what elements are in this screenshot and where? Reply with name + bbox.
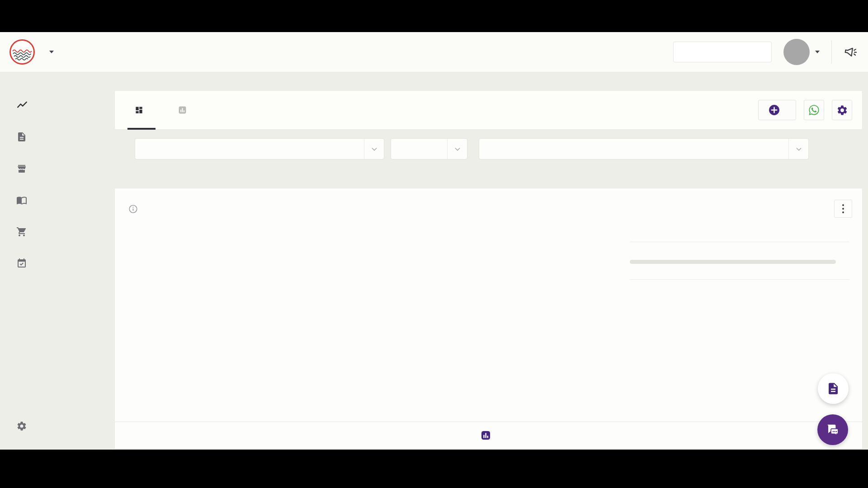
kebab-menu-button[interactable] [834,200,852,218]
chevron-down-icon[interactable] [815,51,820,53]
gear-icon [16,421,27,432]
quick-search[interactable] [673,42,772,62]
tabs-card [114,90,863,130]
calendar-check-icon [16,258,27,269]
sidebar-item-ecommerce[interactable] [0,216,114,248]
sidebar-item-clientes[interactable] [0,153,114,184]
avatar[interactable] [783,39,810,65]
sidebar-item-minha-conta[interactable] [0,410,114,442]
trend-icon [16,99,28,111]
needed-section [630,279,849,306]
month-select[interactable] [135,138,384,160]
content [114,72,863,450]
sidebar [0,72,114,450]
bar-chart-icon [481,430,491,441]
search-input[interactable] [680,48,770,56]
add-indicator-button[interactable] [758,100,796,120]
sidebar-item-tarefas[interactable] [0,248,114,279]
book-icon [16,195,27,206]
orders-icon [16,131,27,142]
sold-section [630,216,849,242]
year-select[interactable] [391,138,467,160]
sidebar-item-produtos[interactable] [0,184,114,216]
sidebar-item-indicadores[interactable] [0,89,114,121]
chevron-down-icon [364,139,384,159]
sidebar-item-pedidos[interactable] [0,121,114,153]
tab-relatorios[interactable] [178,91,192,129]
header-divider [831,40,832,64]
company-logo [9,39,35,65]
announcements-icon[interactable] [844,45,858,59]
goal-progress-bar [630,260,836,264]
bar-chart-icon [178,106,187,114]
filter-row [114,138,809,160]
detail-by-seller-link[interactable] [115,422,862,449]
cart-icon [16,226,27,237]
company-switcher[interactable] [45,51,54,53]
seller-select[interactable] [479,138,809,160]
main-area [0,72,868,450]
letterbox-bottom [0,450,868,488]
plus-circle-icon [769,104,780,116]
letterbox-top [0,0,868,32]
storefront-icon [16,163,27,174]
whatsapp-icon [808,104,820,116]
gear-icon [836,104,848,116]
dashboard-icon [135,106,143,114]
chat-fab-button[interactable] [817,414,848,445]
chat-bubbles-icon [825,422,840,437]
tab-painel[interactable] [135,91,148,129]
info-icon[interactable] [128,204,138,214]
settings-button[interactable] [832,100,852,120]
stats-panel [630,216,849,306]
document-fab-button[interactable] [818,373,849,404]
sales-evolution-chart [118,224,620,226]
screen [0,0,868,488]
document-icon [826,382,840,395]
chevron-down-icon [49,51,54,53]
app-header [0,32,868,72]
sales-evolution-card [114,188,863,449]
goal-section [630,242,849,279]
chevron-down-icon [788,139,808,159]
chevron-down-icon [447,139,467,159]
whatsapp-button[interactable] [804,100,824,120]
